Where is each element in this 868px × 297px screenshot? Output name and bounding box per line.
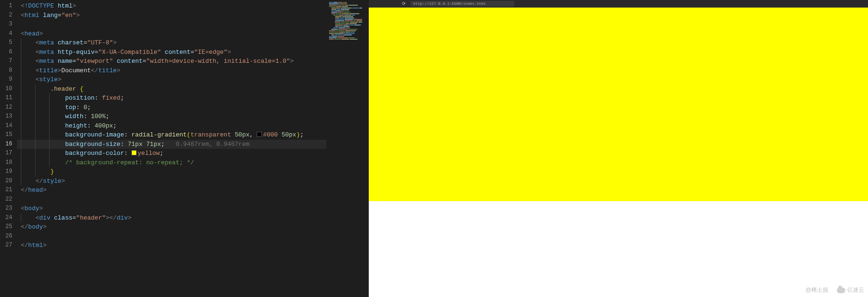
line-number: 5 [0, 38, 17, 48]
line-number: 15 [0, 130, 17, 140]
line-number: 22 [0, 195, 17, 204]
code-line[interactable] [17, 20, 369, 29]
line-number: 16 [0, 140, 17, 149]
browser-preview-pane: ⟳ http://127.0.0.1:5500/index.html @稀土掘 … [369, 0, 868, 297]
code-line[interactable]: <html lang="en"> [17, 11, 369, 20]
line-number: 24 [0, 213, 17, 223]
code-line[interactable]: </html> [17, 241, 369, 250]
line-number: 13 [0, 112, 17, 121]
code-line[interactable]: <meta name="viewport" content="width=dev… [17, 57, 369, 66]
code-editor-pane[interactable]: 1 2 3 4 5 6 7 8 9 10 11 12 13 14 15 16 1… [0, 0, 369, 297]
code-line[interactable]: background-color: yellow; [17, 149, 369, 158]
preview-yellow-header [369, 8, 868, 201]
code-line[interactable]: width: 100%; [17, 112, 369, 121]
vertical-scrollbar[interactable] [362, 0, 369, 297]
line-number: 23 [0, 204, 17, 213]
line-number: 8 [0, 66, 17, 76]
code-line[interactable]: <!DOCTYPE html> [17, 1, 369, 11]
address-bar[interactable]: http://127.0.0.1:5500/index.html [410, 1, 514, 7]
line-number: 18 [0, 158, 17, 168]
watermark-text: 亿速云 [847, 286, 864, 294]
line-number: 11 [0, 93, 17, 103]
line-number: 12 [0, 103, 17, 112]
line-number: 10 [0, 85, 17, 94]
line-number: 25 [0, 222, 17, 232]
line-number-gutter: 1 2 3 4 5 6 7 8 9 10 11 12 13 14 15 16 1… [0, 0, 17, 297]
code-line[interactable]: <head> [17, 29, 369, 39]
code-line[interactable]: } [17, 167, 369, 177]
code-line[interactable]: <style> [17, 75, 369, 85]
code-line[interactable]: background-size: 71px 71px; 0.9467rem, 0… [17, 140, 369, 149]
line-number: 4 [0, 29, 17, 39]
code-line[interactable]: </body> [17, 222, 369, 232]
browser-toolbar: ⟳ http://127.0.0.1:5500/index.html [369, 0, 868, 8]
line-number: 6 [0, 48, 17, 57]
line-number: 7 [0, 57, 17, 66]
line-number: 19 [0, 167, 17, 177]
line-number: 3 [0, 20, 17, 29]
line-number: 21 [0, 186, 17, 195]
code-line[interactable]: <body> [17, 204, 369, 213]
code-line[interactable]: <meta charset="UTF-8"> [17, 38, 369, 48]
line-number: 1 [0, 1, 17, 11]
line-number: 26 [0, 232, 17, 241]
watermark-logo: 亿速云 [837, 286, 864, 294]
code-line[interactable] [17, 232, 369, 241]
line-number: 27 [0, 241, 17, 250]
code-line[interactable]: position: fixed; [17, 93, 369, 103]
code-line[interactable] [17, 195, 369, 204]
code-text-area[interactable]: <!DOCTYPE html><html lang="en"><head> <m… [17, 0, 369, 297]
code-line[interactable]: height: 400px; [17, 121, 369, 131]
code-line[interactable]: <meta http-equiv="X-UA-Compatible" conte… [17, 48, 369, 57]
line-number: 17 [0, 149, 17, 158]
code-line[interactable]: top: 0; [17, 103, 369, 112]
preview-viewport: @稀土掘 亿速云 [369, 8, 868, 297]
code-line[interactable]: <title>Document</title> [17, 66, 369, 76]
code-line[interactable]: .header { [17, 85, 369, 94]
code-line[interactable]: </style> [17, 177, 369, 186]
code-line[interactable]: <div class="header"></div> [17, 213, 369, 223]
cloud-icon [837, 288, 845, 293]
code-line[interactable]: /* background-repeat: no-repeat; */ [17, 158, 369, 168]
code-line[interactable]: background-image: radial-gradient(transp… [17, 130, 369, 140]
watermark-area: @稀土掘 亿速云 [806, 286, 864, 294]
refresh-icon[interactable]: ⟳ [402, 1, 406, 7]
line-number: 20 [0, 177, 17, 186]
line-number: 9 [0, 75, 17, 85]
watermark-text: @稀土掘 [806, 286, 828, 294]
line-number: 2 [0, 11, 17, 20]
code-line[interactable]: </head> [17, 186, 369, 195]
line-number: 14 [0, 121, 17, 131]
